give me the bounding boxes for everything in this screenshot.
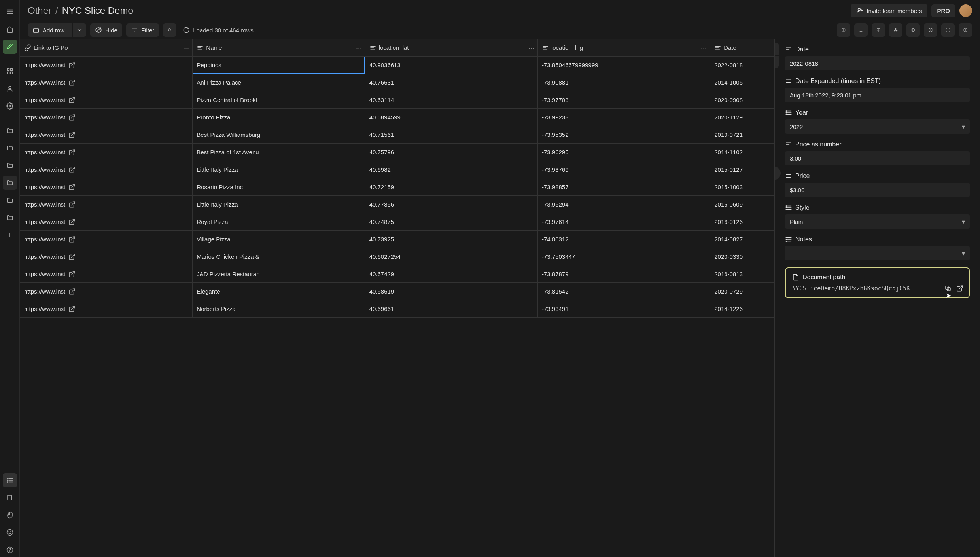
lat-cell[interactable]: 40.75796 (365, 144, 537, 161)
pro-button[interactable]: PRO (931, 4, 955, 17)
prev-record-button[interactable] (774, 43, 779, 55)
link-cell[interactable]: https://www.inst (20, 248, 193, 265)
info-button[interactable] (959, 23, 972, 37)
open-external-button[interactable] (956, 285, 963, 292)
copy-button[interactable] (944, 285, 952, 292)
column-header-lat[interactable]: location_lat⋯ (365, 39, 537, 57)
name-cell[interactable]: Best Pizza of 1st Avenu (193, 144, 365, 161)
lng-cell[interactable]: -73.97614 (537, 213, 710, 231)
link-cell[interactable]: https://www.inst (20, 265, 193, 283)
column-header-name[interactable]: Name⋯ (193, 39, 365, 57)
column-menu-icon[interactable]: ⋯ (182, 44, 190, 52)
lng-cell[interactable]: -73.97703 (537, 91, 710, 109)
lng-cell[interactable]: -73.85046679999999 (537, 57, 710, 74)
name-cell[interactable]: Royal Pizza (193, 213, 365, 231)
link-cell[interactable]: https://www.inst (20, 144, 193, 161)
lat-cell[interactable]: 40.77856 (365, 196, 537, 213)
date-field[interactable] (785, 56, 970, 70)
link-cell[interactable]: https://www.inst (20, 161, 193, 178)
name-cell[interactable]: Little Italy Pizza (193, 196, 365, 213)
lat-cell[interactable]: 40.72159 (365, 178, 537, 196)
link-cell[interactable]: https://www.inst (20, 283, 193, 300)
upload-button[interactable] (872, 23, 885, 37)
filter-button[interactable]: Filter (126, 23, 159, 37)
lat-cell[interactable]: 40.6894599 (365, 109, 537, 126)
lat-cell[interactable]: 40.71561 (365, 126, 537, 144)
lng-cell[interactable]: -73.93769 (537, 161, 710, 178)
settings-button[interactable] (941, 23, 955, 37)
add-row-dropdown[interactable] (72, 23, 86, 37)
external-link-icon[interactable] (68, 166, 76, 173)
folder-icon[interactable] (3, 210, 17, 225)
lat-cell[interactable]: 40.9036613 (365, 57, 537, 74)
lat-cell[interactable]: 40.76631 (365, 74, 537, 91)
date-expanded-field[interactable] (785, 88, 970, 102)
name-cell[interactable]: Pizza Central of Brookl (193, 91, 365, 109)
lng-cell[interactable]: -73.96295 (537, 144, 710, 161)
folder-icon[interactable] (3, 176, 17, 190)
lng-cell[interactable]: -73.87879 (537, 265, 710, 283)
column-menu-icon[interactable]: ⋯ (528, 44, 535, 52)
gear-icon[interactable] (3, 99, 17, 113)
webhook-button[interactable] (889, 23, 902, 37)
lat-cell[interactable]: 40.6027254 (365, 248, 537, 265)
invite-team-button[interactable]: Invite team members (851, 4, 927, 17)
lng-cell[interactable]: -73.93491 (537, 300, 710, 318)
external-link-icon[interactable] (68, 62, 76, 69)
menu-icon[interactable] (3, 5, 17, 19)
lat-cell[interactable]: 40.63114 (365, 91, 537, 109)
collapse-panel-button[interactable] (774, 165, 782, 181)
link-cell[interactable]: https://www.inst (20, 196, 193, 213)
name-cell[interactable]: Elegante (193, 283, 365, 300)
price-number-field[interactable] (785, 151, 970, 165)
name-cell[interactable]: Rosario Pizza Inc (193, 178, 365, 196)
link-cell[interactable]: https://www.inst (20, 109, 193, 126)
external-link-icon[interactable] (68, 97, 76, 104)
name-cell[interactable]: Peppinos (193, 57, 365, 74)
external-link-icon[interactable] (68, 201, 76, 208)
hand-icon[interactable] (3, 508, 17, 522)
breadcrumb-parent[interactable]: Other (28, 5, 51, 16)
link-cell[interactable]: https://www.inst (20, 300, 193, 318)
external-link-icon[interactable] (68, 131, 76, 138)
external-link-icon[interactable] (68, 184, 76, 191)
download-button[interactable] (854, 23, 868, 37)
name-cell[interactable]: Pronto Pizza (193, 109, 365, 126)
lng-cell[interactable]: -74.00312 (537, 231, 710, 248)
folder-icon[interactable] (3, 158, 17, 172)
external-link-icon[interactable] (68, 271, 76, 278)
lat-cell[interactable]: 40.58619 (365, 283, 537, 300)
user-icon[interactable] (3, 81, 17, 96)
column-menu-icon[interactable]: ⋯ (355, 44, 363, 52)
style-field[interactable] (785, 214, 970, 229)
lat-cell[interactable]: 40.73925 (365, 231, 537, 248)
external-link-icon[interactable] (68, 305, 76, 313)
lat-cell[interactable]: 40.69661 (365, 300, 537, 318)
column-header-lng[interactable]: location_lng⋯ (537, 39, 710, 57)
column-header-link[interactable]: Link to IG Po⋯ (20, 39, 193, 57)
lng-cell[interactable]: -73.90881 (537, 74, 710, 91)
lng-cell[interactable]: -73.81542 (537, 283, 710, 300)
add-icon[interactable] (3, 228, 17, 242)
smile-icon[interactable] (3, 525, 17, 540)
external-link-icon[interactable] (68, 253, 76, 260)
external-link-icon[interactable] (68, 218, 76, 225)
price-field[interactable] (785, 183, 970, 197)
next-record-button[interactable] (774, 55, 779, 68)
columns-button[interactable] (924, 23, 937, 37)
hide-button[interactable]: Hide (90, 23, 122, 37)
grid-icon[interactable] (3, 64, 17, 78)
name-cell[interactable]: Marios Chicken Pizza & (193, 248, 365, 265)
external-link-icon[interactable] (68, 288, 76, 295)
name-cell[interactable]: J&D Pizzeria Restauran (193, 265, 365, 283)
extension-button[interactable] (906, 23, 920, 37)
link-cell[interactable]: https://www.inst (20, 231, 193, 248)
search-button[interactable] (163, 23, 176, 37)
lat-cell[interactable]: 40.74875 (365, 213, 537, 231)
name-cell[interactable]: Best Pizza Williamsburg (193, 126, 365, 144)
link-cell[interactable]: https://www.inst (20, 178, 193, 196)
book-icon[interactable] (3, 491, 17, 505)
avatar[interactable] (959, 4, 972, 17)
name-cell[interactable]: Little Italy Pizza (193, 161, 365, 178)
edit-icon[interactable] (3, 40, 17, 54)
